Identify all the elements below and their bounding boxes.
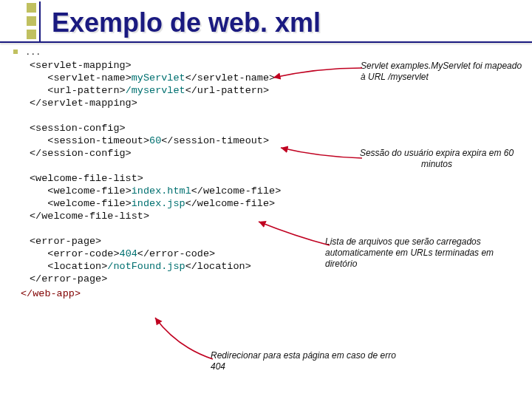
tag: </url-pattern> — [185, 85, 269, 96]
annotation-error: Redirecionar para esta página em caso de… — [211, 350, 403, 372]
closing-tag: </web-app> — [21, 288, 532, 299]
value-url-pattern: /myservlet — [126, 85, 185, 96]
annotation-session: Sessão do usuário expira expira em 60 mi… — [359, 148, 514, 170]
tag: <url-pattern> — [47, 85, 125, 96]
tag: <welcome-file> — [47, 198, 131, 209]
list-bullet — [13, 50, 18, 54]
page-title: Exemplo de web. xml — [52, 7, 321, 38]
value-welcome-file-2: index.jsp — [132, 198, 185, 209]
tag: </session-timeout> — [161, 135, 269, 146]
tag: <welcome-file-list> — [30, 173, 143, 184]
value-servlet-name: myServlet — [132, 72, 185, 83]
tag: <session-timeout> — [47, 135, 149, 146]
value-error-code: 404 — [120, 248, 137, 259]
tag: </welcome-file-list> — [30, 211, 149, 222]
tag: <session-config> — [30, 123, 126, 134]
title-underline — [0, 41, 532, 43]
tag: </session-config> — [30, 148, 132, 159]
tag: <location> — [47, 261, 107, 272]
ellipsis: . . . — [27, 46, 40, 58]
tag: <servlet-name> — [47, 72, 131, 83]
tag: </servlet-name> — [185, 72, 276, 83]
tag: <error-code> — [47, 248, 119, 259]
tag: <welcome-file> — [47, 185, 131, 197]
annotation-welcome: Lista de arquivos que serão carregados a… — [325, 236, 526, 270]
value-welcome-file-1: index.html — [132, 185, 191, 197]
tag: </welcome-file> — [185, 198, 276, 209]
header-bullet — [27, 30, 36, 39]
value-location: /notFound.jsp — [107, 261, 185, 272]
header-bullet — [27, 16, 36, 26]
tag: </error-code> — [137, 248, 215, 259]
annotation-servlet: Servlet examples.MyServlet foi mapeado à… — [361, 61, 523, 83]
value-timeout: 60 — [149, 135, 161, 146]
tag: </servlet-mapping> — [30, 98, 137, 109]
tag: </error-page> — [30, 273, 107, 284]
tag: </welcome-file> — [191, 185, 282, 197]
tag: </location> — [185, 261, 251, 272]
header-bullet — [27, 3, 36, 13]
header-vertical-bar — [39, 1, 41, 43]
tag: <servlet-mapping> — [30, 60, 132, 71]
tag: <error-page> — [30, 236, 101, 247]
